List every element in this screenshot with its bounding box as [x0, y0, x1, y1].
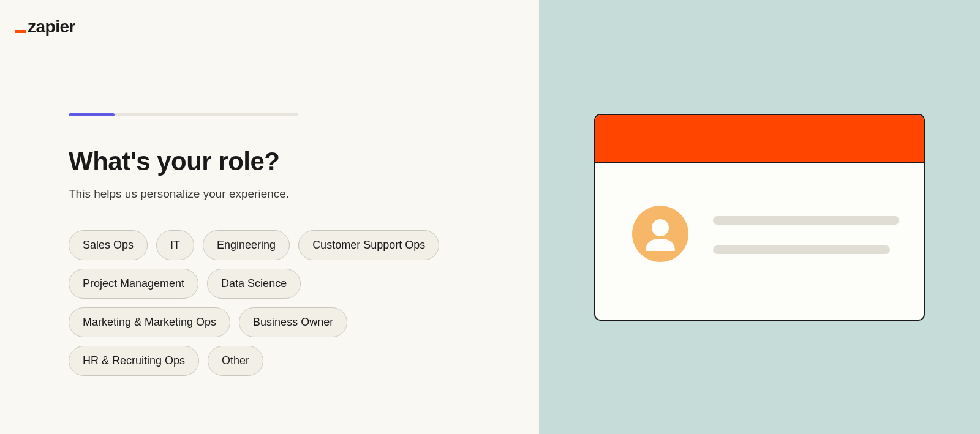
role-chip-customer-support-ops[interactable]: Customer Support Ops: [298, 230, 439, 260]
role-chip-marketing-ops[interactable]: Marketing & Marketing Ops: [69, 307, 230, 337]
role-chip-project-management[interactable]: Project Management: [69, 269, 198, 299]
progress-bar: [69, 113, 298, 116]
placeholder-line: [713, 245, 890, 254]
page-heading: What's your role?: [69, 147, 470, 176]
brand-logo: zapier: [15, 17, 75, 37]
profile-card-illustration: [594, 114, 925, 321]
avatar-icon: [632, 206, 688, 264]
role-chip-it[interactable]: IT: [156, 230, 194, 260]
logo-text: zapier: [28, 17, 75, 37]
role-chip-other[interactable]: Other: [208, 346, 263, 376]
card-body: [595, 163, 924, 320]
illustration-panel: [539, 0, 980, 434]
placeholder-lines: [713, 216, 899, 254]
role-chip-sales-ops[interactable]: Sales Ops: [69, 230, 148, 260]
card-header-bar: [595, 115, 924, 163]
role-chip-data-science[interactable]: Data Science: [207, 269, 301, 299]
left-panel: zapier What's your role? This helps us p…: [0, 0, 539, 434]
onboarding-content: What's your role? This helps us personal…: [0, 0, 539, 376]
role-options: Sales Ops IT Engineering Customer Suppor…: [69, 230, 461, 376]
role-chip-business-owner[interactable]: Business Owner: [239, 307, 347, 337]
page-subheading: This helps us personalize your experienc…: [69, 187, 470, 201]
placeholder-line: [713, 216, 899, 225]
role-chip-hr-recruiting-ops[interactable]: HR & Recruiting Ops: [69, 346, 199, 376]
svg-point-1: [652, 219, 669, 236]
progress-fill: [69, 113, 115, 116]
logo-underscore-icon: [15, 30, 26, 33]
role-chip-engineering[interactable]: Engineering: [203, 230, 290, 260]
